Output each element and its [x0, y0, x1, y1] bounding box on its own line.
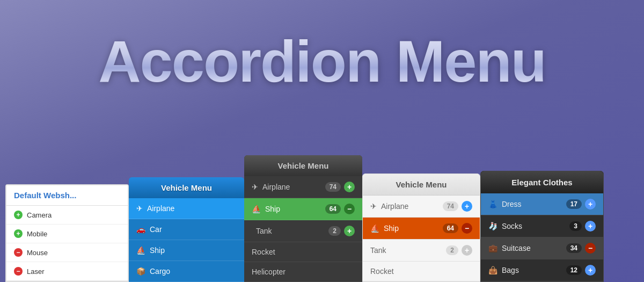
- airplane-icon: [136, 204, 143, 213]
- menu-blue: Vehicle Menu Airplane 🚗 Car ⛵ Ship 📦 Car…: [129, 177, 244, 282]
- list-item[interactable]: 👗 Dress 17 +: [481, 193, 603, 215]
- list-item[interactable]: 📦 Cargo: [129, 261, 244, 282]
- item-label: Laser: [27, 267, 45, 276]
- item-label: Socks: [502, 222, 522, 230]
- item-label: Mouse: [27, 249, 48, 257]
- menu-default-header: Default Websh...: [6, 185, 128, 206]
- menu-default: Default Websh... + Camera + Mobile − Mou…: [5, 184, 129, 282]
- count-badge: 3: [569, 221, 582, 231]
- list-item[interactable]: Tank 2 +: [244, 220, 362, 242]
- airplane-icon: [370, 202, 377, 211]
- menu-dark: Vehicle Menu Airplane 74 + ⛵ Ship 64 −: [244, 155, 362, 282]
- count-badge: 2: [328, 226, 341, 236]
- menus-container: Default Websh... + Camera + Mobile − Mou…: [0, 171, 644, 282]
- item-label: Rocket: [370, 267, 394, 276]
- menu-elegant: Elegant Clothes 👗 Dress 17 + 🧦 Socks 3 +: [480, 171, 604, 282]
- add-button[interactable]: +: [462, 201, 472, 212]
- ship-icon: ⛵: [370, 224, 379, 233]
- remove-button[interactable]: −: [585, 243, 596, 254]
- ship-icon: ⛵: [252, 205, 261, 213]
- page-title: Accordion Menu: [0, 27, 644, 95]
- count-badge: 64: [443, 223, 458, 233]
- remove-icon: −: [14, 248, 23, 257]
- cargo-icon: 📦: [136, 267, 145, 276]
- item-label: Ship: [150, 246, 165, 255]
- item-label: Ship: [265, 205, 280, 213]
- list-item[interactable]: ⛵ Ship 64 −: [244, 198, 362, 220]
- item-label: Tank: [370, 246, 386, 255]
- item-label: Tank: [256, 227, 272, 235]
- socks-icon: 🧦: [488, 222, 497, 230]
- item-label: Dress: [502, 200, 522, 208]
- menu-blue-header: Vehicle Menu: [129, 177, 244, 198]
- list-item[interactable]: + Mobile: [6, 225, 128, 243]
- airplane-icon: [252, 183, 258, 191]
- count-badge: 74: [443, 201, 458, 211]
- suitcase-icon: 💼: [488, 244, 497, 252]
- add-icon: +: [14, 229, 23, 238]
- list-item[interactable]: Rocket: [244, 242, 362, 262]
- menu-light: Vehicle Menu Airplane 74 + ⛵ Ship 64 −: [362, 173, 480, 282]
- add-icon: +: [14, 211, 23, 219]
- item-label: Rocket: [252, 248, 275, 256]
- count-badge: 34: [566, 243, 582, 253]
- list-item[interactable]: − Laser: [6, 262, 128, 281]
- add-button[interactable]: +: [585, 221, 596, 232]
- list-item[interactable]: Helicopter: [244, 262, 362, 282]
- remove-button[interactable]: −: [344, 204, 355, 214]
- list-item[interactable]: 🧦 Socks 3 +: [481, 215, 603, 237]
- list-item[interactable]: Rocket: [363, 262, 480, 281]
- add-button[interactable]: +: [344, 182, 355, 192]
- list-item[interactable]: − Mouse: [6, 243, 128, 262]
- remove-button[interactable]: −: [462, 223, 472, 234]
- item-label: Camera: [27, 211, 52, 219]
- item-label: Helicopter: [252, 267, 286, 276]
- add-button[interactable]: +: [344, 226, 355, 236]
- list-item[interactable]: Airplane 74 +: [363, 196, 480, 218]
- add-button[interactable]: +: [585, 199, 596, 209]
- item-label: Airplane: [262, 183, 290, 191]
- list-item[interactable]: Airplane 74 +: [244, 176, 362, 198]
- item-label: Cargo: [150, 267, 170, 276]
- item-label: Suitcase: [502, 244, 531, 252]
- menu-light-header: Vehicle Menu: [363, 174, 480, 196]
- count-badge: 64: [325, 204, 341, 214]
- add-button[interactable]: +: [585, 265, 596, 276]
- item-label: Bags: [502, 266, 519, 274]
- car-icon: 🚗: [136, 225, 145, 234]
- bags-icon: 👜: [488, 266, 497, 274]
- list-item[interactable]: Tank 2 +: [363, 240, 480, 262]
- count-badge: 2: [446, 245, 458, 255]
- dress-icon: 👗: [488, 200, 497, 208]
- list-item[interactable]: ⛵ Ship: [129, 240, 244, 261]
- count-badge: 12: [566, 265, 582, 275]
- item-label: Mobile: [27, 230, 47, 238]
- list-item[interactable]: 💼 Suitcase 34 −: [481, 237, 603, 259]
- list-item[interactable]: + Camera: [6, 206, 128, 225]
- menu-dark-header: Vehicle Menu: [244, 155, 362, 176]
- list-item[interactable]: 👜 Bags 12 +: [481, 259, 603, 281]
- item-label: Ship: [384, 224, 399, 233]
- remove-icon: −: [14, 267, 23, 276]
- list-item[interactable]: ⛵ Ship 64 −: [363, 218, 480, 240]
- count-badge: 17: [566, 199, 582, 209]
- ship-icon: ⛵: [136, 246, 145, 255]
- item-label: Car: [150, 225, 162, 234]
- item-label: Airplane: [381, 202, 408, 211]
- list-item[interactable]: Airplane: [129, 198, 244, 219]
- list-item[interactable]: 🚗 Car: [129, 219, 244, 240]
- item-label: Airplane: [147, 204, 174, 213]
- add-button[interactable]: +: [462, 245, 472, 256]
- menu-elegant-header: Elegant Clothes: [481, 171, 603, 193]
- count-badge: 74: [325, 182, 341, 192]
